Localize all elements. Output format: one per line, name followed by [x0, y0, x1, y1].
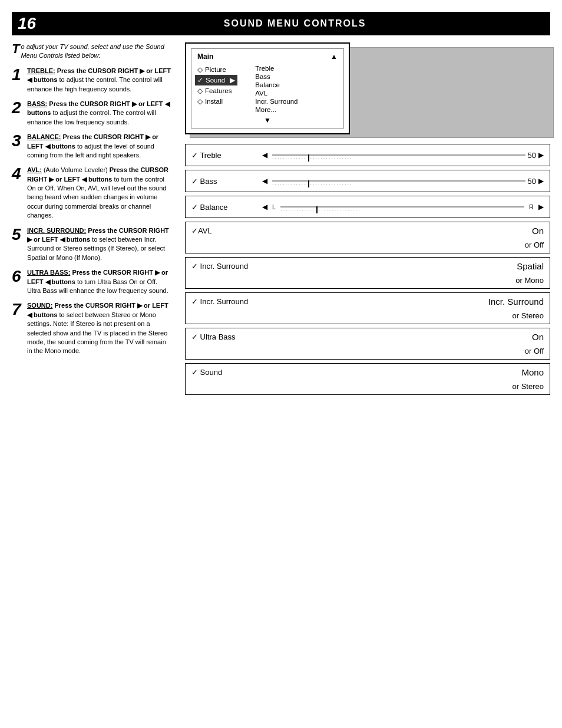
treble-control: ✓ Treble ◀ ············· ···············…	[185, 144, 550, 166]
bass-control: ✓ Bass ◀ ············· ················ …	[185, 170, 550, 192]
menu-arrow-right: ▶	[230, 76, 235, 84]
bass-slider-track: ············· ················	[272, 180, 525, 182]
avl-value-on: On	[532, 226, 544, 236]
incr-surround-2-top-row: ✓ Incr. Surround Incr. Surround	[186, 293, 550, 310]
menu-right-treble: Treble	[255, 64, 297, 73]
treble-right-arrow[interactable]: ▶	[538, 151, 544, 159]
balance-label: ✓ Balance	[191, 203, 262, 212]
bass-right-arrow[interactable]: ▶	[538, 177, 544, 185]
incr-surround-1-top-row: ✓ Incr. Surround Spatial	[186, 258, 550, 275]
menu-right-more: More...	[255, 106, 297, 114]
intro-text: To adjust your TV sound, select and use …	[12, 42, 171, 61]
menu-right-incr-surround: Incr. Surround	[255, 97, 297, 106]
balance-label-l: L	[272, 203, 276, 210]
step-1: 1 TREBLE: Press the CURSOR RIGHT ▶ or LE…	[12, 67, 171, 94]
step-1-content: TREBLE: Press the CURSOR RIGHT ▶ or LEFT…	[27, 67, 171, 94]
avl-top-row: ✓AVL On	[186, 222, 550, 239]
incr-surround-1-value-bottom: or Mono	[515, 276, 544, 285]
avl-bottom-row: or Off	[186, 239, 550, 253]
step-2-number: 2	[12, 100, 24, 127]
treble-value: 50	[528, 151, 536, 160]
sound-label: ✓ Sound	[191, 368, 222, 377]
incr-surround-2-value-top: Incr. Surround	[488, 297, 544, 307]
balance-right-arrow[interactable]: ▶	[538, 203, 544, 211]
ultra-bass-bottom-row: or Off	[186, 345, 550, 359]
ultra-bass-value-top: On	[532, 332, 544, 342]
step-2: 2 BASS: Press the CURSOR RIGHT ▶ or LEFT…	[12, 100, 171, 127]
treble-left-arrow[interactable]: ◀	[262, 151, 267, 159]
diamond-icon-install: ◇	[197, 97, 203, 106]
menu-right-bass: Bass	[255, 73, 297, 81]
sound-control: ✓ Sound Mono or Stereo	[185, 363, 550, 395]
sound-top-row: ✓ Sound Mono	[186, 364, 550, 381]
step-7: 7 SOUND: Press the CURSOR RIGHT ▶ or LEF…	[12, 301, 171, 355]
ultra-bass-top-row: ✓ Ultra Bass On	[186, 328, 550, 345]
treble-label: ✓ Treble	[191, 151, 262, 160]
avl-value-off: or Off	[525, 241, 544, 249]
ultra-bass-control: ✓ Ultra Bass On or Off	[185, 328, 550, 360]
menu-item-install: ◇ Install	[197, 96, 237, 107]
content-wrapper: To adjust your TV sound, select and use …	[12, 42, 550, 398]
incr-surround-1-control: ✓ Incr. Surround Spatial or Mono	[185, 257, 550, 289]
balance-label-r: R	[529, 203, 534, 210]
step-5-number: 5	[12, 226, 24, 263]
diamond-icon-features: ◇	[197, 87, 203, 95]
step-3-number: 3	[12, 133, 24, 160]
menu-container: Main ▲ ◇ Picture ✓ Sound ▶	[185, 42, 550, 134]
sound-bottom-row: or Stereo	[186, 381, 550, 394]
menu-box: Main ▲ ◇ Picture ✓ Sound ▶	[185, 42, 350, 134]
step-6-number: 6	[12, 268, 24, 295]
step-7-content: SOUND: Press the CURSOR RIGHT ▶ or LEFT …	[27, 301, 171, 355]
menu-item-features: ◇ Features	[197, 85, 237, 96]
incr-surround-1-bottom-row: or Mono	[186, 275, 550, 288]
bass-left-arrow[interactable]: ◀	[262, 177, 267, 185]
ultra-bass-value-bottom: or Off	[525, 347, 544, 355]
page-title: Sound Menu Controls	[45, 18, 544, 29]
avl-label: ✓AVL	[191, 226, 212, 235]
step-4: 4 AVL: (Auto Volume Leveler) Press the C…	[12, 166, 171, 220]
bass-label: ✓ Bass	[191, 177, 262, 186]
menu-box-inner: Main ▲ ◇ Picture ✓ Sound ▶	[191, 48, 344, 129]
menu-left-items: ◇ Picture ✓ Sound ▶ ◇ Features	[197, 64, 237, 114]
bass-value: 50	[528, 177, 536, 186]
step-1-number: 1	[12, 67, 24, 94]
menu-label-features: Features	[205, 87, 232, 94]
menu-title-row: Main ▲	[197, 52, 338, 61]
menu-bottom-arrow: ▼	[197, 116, 338, 124]
incr-surround-2-value-bottom: or Stereo	[513, 311, 544, 320]
step-3-content: BALANCE: Press the CURSOR RIGHT ▶ or LEF…	[27, 133, 171, 160]
incr-surround-2-label: ✓ Incr. Surround	[191, 297, 248, 306]
sound-value-bottom: or Stereo	[513, 382, 544, 391]
check-icon-sound: ✓	[197, 76, 203, 84]
step-3: 3 BALANCE: Press the CURSOR RIGHT ▶ or L…	[12, 133, 171, 160]
right-column: Main ▲ ◇ Picture ✓ Sound ▶	[185, 42, 550, 398]
page-header: 16 Sound Menu Controls	[12, 12, 550, 35]
page-number: 16	[18, 14, 36, 33]
step-2-content: BASS: Press the CURSOR RIGHT ▶ or LEFT ◀…	[27, 100, 171, 127]
sound-value-top: Mono	[521, 367, 544, 377]
menu-item-sound[interactable]: ✓ Sound ▶	[195, 75, 237, 85]
menu-label-sound: Sound	[206, 77, 225, 84]
menu-item-picture: ◇ Picture	[197, 64, 237, 75]
menu-content: ◇ Picture ✓ Sound ▶ ◇ Features	[197, 64, 338, 114]
avl-control: ✓AVL On or Off	[185, 222, 550, 253]
menu-right-items: Treble Bass Balance AVL Incr. Surround M…	[255, 64, 297, 114]
step-5-content: INCR. SURROUND: Press the CURSOR RIGHT ▶…	[27, 226, 171, 263]
step-6-content: ULTRA BASS: Press the CUR­SOR RIGHT ▶ or…	[27, 268, 171, 295]
incr-surround-1-label: ✓ Incr. Surround	[191, 262, 248, 271]
step-5: 5 INCR. SURROUND: Press the CURSOR RIGHT…	[12, 226, 171, 263]
ultra-bass-label: ✓ Ultra Bass	[191, 332, 236, 341]
step-4-content: AVL: (Auto Volume Leveler) Press the CUR…	[27, 166, 171, 220]
step-4-number: 4	[12, 166, 24, 220]
incr-surround-2-bottom-row: or Stereo	[186, 310, 550, 324]
menu-right-balance: Balance	[255, 81, 297, 89]
incr-surround-2-control: ✓ Incr. Surround Incr. Surround or Stere…	[185, 292, 550, 324]
incr-surround-1-value-top: Spatial	[517, 261, 544, 271]
balance-control: ✓ Balance ◀ L ············· ············…	[185, 196, 550, 218]
balance-slider-track: ············· ················	[280, 206, 524, 207]
drop-cap: T	[12, 42, 19, 55]
left-column: To adjust your TV sound, select and use …	[12, 42, 171, 398]
menu-label-install: Install	[205, 98, 223, 105]
balance-left-arrow[interactable]: ◀	[262, 203, 267, 211]
menu-label-picture: Picture	[205, 66, 226, 73]
